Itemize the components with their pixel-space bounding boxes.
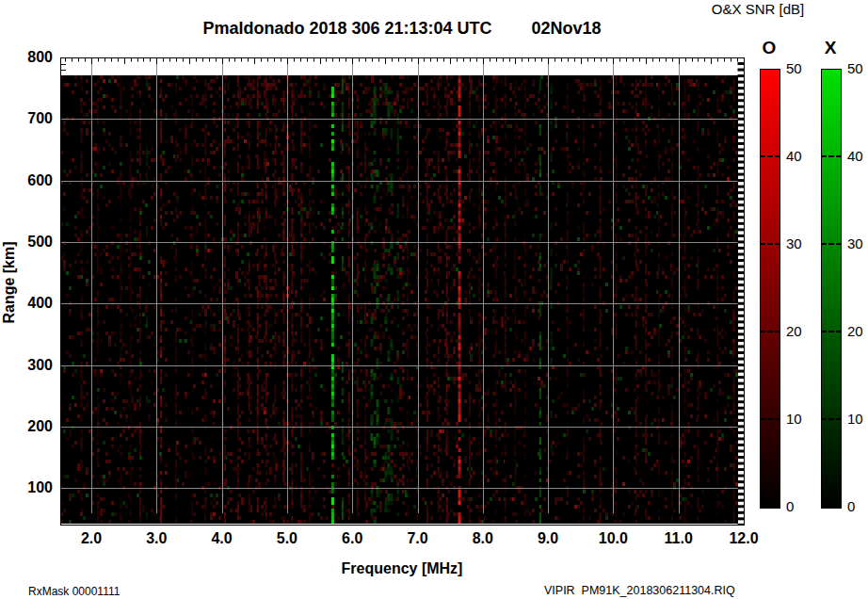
colorbar-tick-dash	[821, 155, 842, 157]
y-tick-label: 400	[13, 295, 53, 312]
colorbar-tick-dash	[760, 331, 780, 332]
colorbar-tick-label: 20	[786, 323, 802, 340]
x-tick-label: 12.0	[720, 530, 767, 547]
x-tick-label: 10.0	[589, 530, 636, 547]
x-axis-label: Frequency [MHz]	[60, 560, 744, 577]
colorbar-tick-dash	[821, 418, 842, 420]
y-tick-label: 200	[13, 418, 53, 435]
colorbar-tick-label: 40	[786, 148, 802, 165]
title-date: 02Nov18	[532, 19, 602, 38]
colorbar-tick-dash	[760, 243, 780, 245]
colorbar-title: O&X SNR [dB]	[683, 1, 833, 17]
x-tick-label: 3.0	[133, 530, 180, 547]
colorbar-tick-label: 10	[847, 411, 863, 428]
y-tick-label: 800	[13, 49, 53, 66]
colorbar-tick-label: 0	[847, 498, 855, 515]
x-tick-label: 11.0	[655, 530, 702, 547]
colorbar-x-header: X	[812, 38, 849, 58]
rxmask-status: RxMask 00001111	[28, 585, 120, 598]
y-tick-label: 500	[13, 234, 53, 251]
colorbar-tick-label: 50	[847, 60, 863, 77]
y-tick-label: 700	[13, 110, 53, 127]
title-station-time: Pmaldonado 2018 306 21:13:04 UTC	[202, 19, 491, 38]
colorbar-tick-label: 30	[786, 235, 802, 252]
colorbar-tick-dash	[821, 243, 842, 245]
source-filename: VIPIR PM91K_2018306211304.RIQ	[544, 584, 735, 597]
y-axis-label: Range [km]	[1, 241, 18, 323]
ionogram-window: Pmaldonado 2018 306 21:13:04 UTC02Nov18 …	[0, 0, 868, 599]
x-tick-label: 8.0	[459, 530, 506, 547]
y-tick-label: 600	[13, 172, 53, 189]
colorbar-tick-label: 20	[847, 323, 863, 340]
colorbar-tick-dash	[821, 331, 842, 332]
x-tick-label: 2.0	[68, 530, 115, 547]
colorbar-tick-label: 10	[786, 411, 802, 428]
colorbar-tick-dash	[760, 418, 780, 420]
colorbar-tick-label: 0	[786, 498, 794, 515]
page-title: Pmaldonado 2018 306 21:13:04 UTC02Nov18	[60, 19, 744, 39]
colorbar-tick-dash	[760, 155, 780, 157]
colorbar-o-gradient	[760, 69, 780, 509]
colorbar-o-header: O	[750, 38, 788, 58]
colorbar-x-gradient	[821, 69, 842, 509]
colorbar-tick-label: 30	[847, 235, 863, 252]
y-tick-label: 300	[13, 357, 53, 374]
ionogram-plot-canvas	[60, 57, 745, 526]
x-tick-label: 6.0	[329, 530, 376, 547]
x-tick-label: 4.0	[199, 530, 246, 547]
x-tick-label: 7.0	[394, 530, 442, 547]
y-tick-label: 100	[13, 479, 53, 496]
colorbar-tick-label: 50	[786, 60, 802, 77]
x-tick-label: 9.0	[524, 530, 571, 547]
x-tick-label: 5.0	[264, 530, 311, 547]
colorbar-tick-label: 40	[847, 148, 863, 165]
